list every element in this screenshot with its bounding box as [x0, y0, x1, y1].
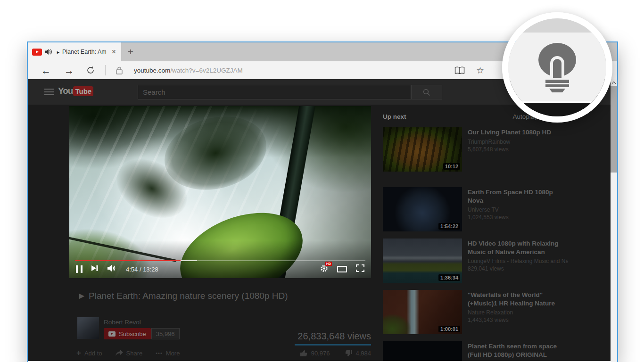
url-domain: youtube.com: [134, 67, 170, 74]
progress-played: [75, 260, 181, 261]
volume-button[interactable]: [107, 264, 117, 274]
item-title[interactable]: HD Video 1080p with Relaxing Music of Na…: [468, 239, 568, 256]
item-views: 1,024,553 views: [468, 214, 568, 221]
action-row: +Add to Share •••More 90,976 4,984: [76, 348, 371, 358]
subscribe-row: Subscribe 35,996: [104, 328, 180, 339]
item-views: 1,443,143 views: [468, 317, 568, 323]
item-channel: Nature Relaxation: [468, 309, 568, 316]
time-display: 4:54 / 13:28: [126, 266, 158, 273]
item-title[interactable]: Earth From Space HD 1080p Nova: [468, 188, 568, 205]
spotlight-circle: [502, 12, 612, 123]
duration-badge: 1:36:34: [438, 274, 460, 281]
progress-bar[interactable]: [75, 260, 365, 261]
video-title: ► Planet Earth: Amazing nature scenery (…: [77, 290, 294, 302]
title-play-icon: ►: [77, 291, 86, 301]
share-button[interactable]: Share: [116, 350, 143, 357]
video-thumbnail[interactable]: 1:00:01: [383, 290, 462, 334]
lock-icon[interactable]: [110, 66, 128, 74]
add-to-button[interactable]: +Add to: [76, 348, 102, 358]
refresh-button[interactable]: [81, 66, 100, 74]
share-icon: [116, 350, 123, 356]
search-input[interactable]: Search: [138, 85, 411, 99]
duration-badge: 1:54:22: [438, 223, 460, 230]
dislike-button[interactable]: 4,984: [345, 350, 371, 357]
tab-audio-icon[interactable]: [45, 49, 53, 55]
hd-badge: HD: [325, 262, 332, 266]
item-channel: Universe TV: [468, 206, 568, 213]
next-button[interactable]: [91, 264, 99, 274]
youtube-favicon-icon: [32, 49, 42, 56]
scrollbar-thumb[interactable]: [611, 86, 617, 173]
lightbulb-base: [545, 84, 569, 87]
subscribe-button[interactable]: Subscribe: [104, 328, 151, 339]
like-button[interactable]: 90,976: [300, 350, 330, 357]
search-button[interactable]: [411, 85, 442, 99]
page-content: You Tube Search: [28, 79, 617, 361]
item-channel: LoungeV Films - Relaxing Music and Natur: [468, 258, 568, 264]
like-ratio-bar: [295, 344, 371, 346]
toolbar-divider: [105, 65, 106, 75]
channel-name[interactable]: Robert Revol: [104, 319, 141, 326]
video-thumbnail[interactable]: 1:36:34: [383, 239, 462, 283]
video-thumbnail[interactable]: [383, 341, 462, 361]
logo-tube: Tube: [73, 86, 93, 96]
ellipsis-icon: •••: [156, 350, 163, 356]
item-channel: TriumphRainbow: [468, 139, 568, 145]
lightbulb-filament: [550, 56, 564, 78]
item-title[interactable]: Our Living Planet 1080p HD: [468, 128, 568, 137]
youtube-play-icon: [108, 331, 116, 337]
favorites-star-icon[interactable]: ☆: [471, 65, 490, 76]
browser-tab[interactable]: ►Planet Earth: Am ×: [28, 42, 121, 61]
item-title[interactable]: Planet Earth seen from space (Full HD 10…: [468, 342, 568, 359]
theater-mode-button[interactable]: [337, 266, 347, 272]
fullscreen-button[interactable]: [356, 264, 364, 274]
item-views: 5,607,548 views: [468, 146, 568, 153]
forward-button[interactable]: →: [58, 66, 81, 75]
view-count: 26,833,648 views: [220, 331, 371, 342]
page-scrollbar[interactable]: [611, 79, 617, 361]
thumbs-up-icon: [300, 350, 308, 357]
menu-icon[interactable]: [44, 89, 54, 97]
reading-view-icon[interactable]: [449, 66, 471, 74]
lightbulb-base: [545, 80, 569, 83]
duration-badge: 1:00:01: [438, 326, 460, 332]
address-bar[interactable]: youtube.com/watch?v=6v2L2UGZJAM: [134, 67, 243, 74]
scroll-up-icon[interactable]: [611, 79, 617, 86]
channel-avatar[interactable]: [77, 317, 99, 339]
up-next-label: Up next: [383, 113, 406, 120]
tab-close-icon[interactable]: ×: [111, 48, 117, 56]
video-player[interactable]: 4:54 / 13:28 HD: [69, 106, 371, 278]
logo-you: You: [58, 86, 73, 96]
video-thumbnail[interactable]: 1:54:22: [383, 187, 462, 231]
player-controls: 4:54 / 13:28 HD: [69, 262, 371, 276]
thumbs-down-icon: [345, 350, 352, 357]
tab-title: ►Planet Earth: Am: [56, 49, 107, 55]
settings-button[interactable]: HD: [320, 264, 328, 274]
back-button[interactable]: ←: [34, 66, 58, 75]
search-icon: [423, 89, 430, 96]
url-path: /watch?v=6v2L2UGZJAM: [170, 67, 242, 74]
item-views: 829,041 views: [468, 265, 568, 272]
subscriber-count: 35,996: [151, 328, 180, 339]
more-button[interactable]: •••More: [156, 350, 180, 357]
duration-badge: 10:12: [443, 163, 460, 170]
item-title[interactable]: "Waterfalls of the World" (+Music)1 HR H…: [468, 291, 568, 307]
new-tab-button[interactable]: +: [121, 42, 140, 61]
tab-play-icon: ►: [56, 50, 60, 55]
magnified-tab-bar: [508, 18, 606, 33]
pause-button[interactable]: [76, 265, 83, 273]
video-thumbnail[interactable]: 10:12: [383, 127, 462, 172]
item-channel: sebastiansz: [468, 361, 568, 361]
youtube-logo[interactable]: You Tube: [58, 86, 93, 96]
plus-icon: +: [76, 348, 81, 358]
